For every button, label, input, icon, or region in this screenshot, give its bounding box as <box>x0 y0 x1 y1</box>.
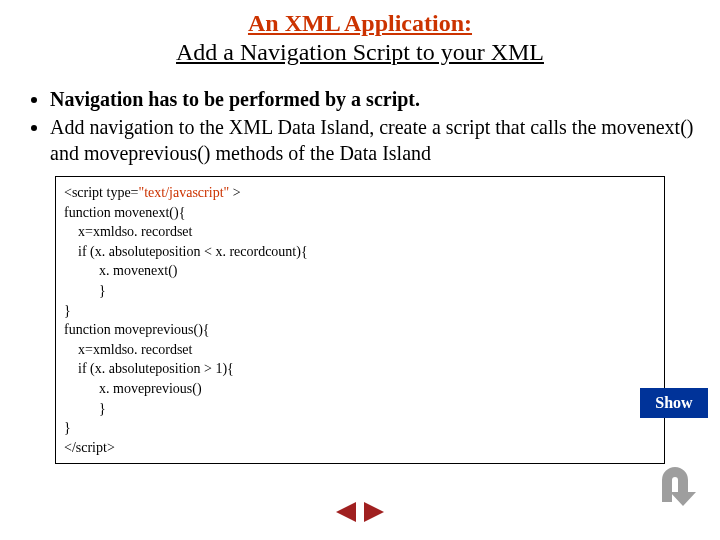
code-line: function movenext(){ <box>64 203 656 223</box>
show-button-label: Show <box>655 394 692 412</box>
next-arrow-icon[interactable] <box>362 500 388 524</box>
code-line: } <box>64 301 656 321</box>
code-line: function moveprevious(){ <box>64 320 656 340</box>
code-line: } <box>64 399 656 419</box>
code-line: } <box>64 418 656 438</box>
bullet-item-2: Add navigation to the XML Data Island, c… <box>50 114 710 166</box>
code-line: <script type="text/javascript" > <box>64 183 656 203</box>
code-line: x=xmldso. recordset <box>64 340 656 360</box>
code-line: x. moveprevious() <box>64 379 656 399</box>
code-line: if (x. absoluteposition > 1){ <box>64 359 656 379</box>
code-line: x. movenext() <box>64 261 656 281</box>
code-line: </script> <box>64 438 656 458</box>
bullet-item-1: Navigation has to be performed by a scri… <box>50 86 710 112</box>
show-button[interactable]: Show <box>640 388 708 418</box>
bullet-list: Navigation has to be performed by a scri… <box>0 86 720 166</box>
nav-arrows <box>332 500 388 524</box>
prev-arrow-icon[interactable] <box>332 500 358 524</box>
code-line: } <box>64 281 656 301</box>
slide-title: An XML Application: Add a Navigation Scr… <box>0 0 720 66</box>
svg-marker-0 <box>336 502 356 522</box>
bullet-text-1: Navigation has to be performed by a scri… <box>50 88 420 110</box>
title-line-2: Add a Navigation Script to your XML <box>0 39 720 66</box>
svg-marker-1 <box>364 502 384 522</box>
uturn-icon[interactable] <box>650 462 700 512</box>
title-line-1: An XML Application: <box>0 10 720 37</box>
code-line: if (x. absoluteposition < x. recordcount… <box>64 242 656 262</box>
bullet-text-2: Add navigation to the XML Data Island, c… <box>50 116 694 164</box>
code-block: <script type="text/javascript" > functio… <box>55 176 665 464</box>
code-line: x=xmldso. recordset <box>64 222 656 242</box>
